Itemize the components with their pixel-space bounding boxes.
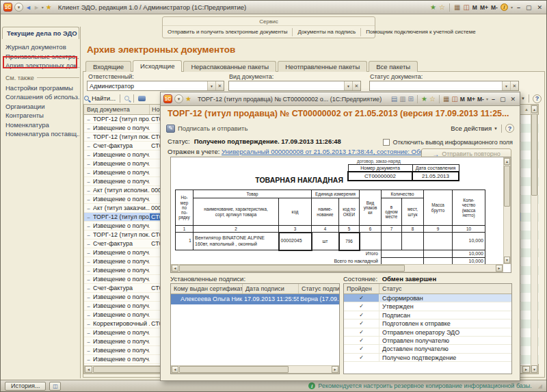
- minimize-button[interactable]: –: [516, 4, 522, 11]
- hscroll-thumb[interactable]: [179, 265, 405, 272]
- dialog-all-actions-button[interactable]: Все действия: [451, 125, 492, 132]
- scale-m-button[interactable]: M: [460, 96, 465, 103]
- clear-icon[interactable]: ✕: [510, 81, 518, 90]
- open-favorites-icon[interactable]: ☆: [439, 4, 445, 11]
- close-button[interactable]: ✕: [535, 4, 544, 11]
- list-vscrollbar[interactable]: ▲ ▼: [531, 105, 538, 374]
- vscroll-thumb[interactable]: [504, 166, 510, 207]
- dialog-close-button[interactable]: ✕: [509, 96, 517, 103]
- sidebar-tab-current-edo[interactable]: Текущие дела по ЭДО: [2, 27, 79, 39]
- service-connect-assistant[interactable]: Помощник подключения к учетной системе: [360, 28, 481, 36]
- sidebar-item-arbitrary-docs[interactable]: Произвольные электро...: [5, 52, 79, 62]
- scale-m-plus-button[interactable]: M+: [480, 4, 488, 11]
- scroll-right-icon[interactable]: ►: [332, 366, 338, 373]
- dialog-minimize-button[interactable]: –: [490, 96, 496, 103]
- column-sign-date[interactable]: Дата подписи: [243, 284, 299, 293]
- sidebar-item-archive[interactable]: Архив электронных док...: [5, 61, 79, 70]
- scale-m-button[interactable]: M: [472, 4, 477, 11]
- dialog-maximize-button[interactable]: ▢: [498, 96, 507, 103]
- clear-icon[interactable]: ✕: [352, 81, 360, 90]
- main-menu-button[interactable]: ▾: [14, 3, 23, 12]
- signatures-hscrollbar[interactable]: ◄ ►: [171, 365, 339, 374]
- sidebar-item-supplier-nomenclature[interactable]: Номенклатура поставщ...: [5, 129, 79, 139]
- calculator-icon[interactable]: ▦: [443, 96, 449, 103]
- column-status[interactable]: Статус: [379, 284, 511, 293]
- sidebar-item-agreements[interactable]: Соглашения об использ...: [5, 92, 79, 102]
- column-passed[interactable]: Пройден: [344, 284, 379, 293]
- tab-unpacked-packages[interactable]: Нераспакованные пакеты: [183, 61, 276, 72]
- chevron-down-icon[interactable]: ▼: [344, 81, 352, 90]
- favorites-icon[interactable]: ★: [185, 95, 191, 103]
- clear-icon[interactable]: ✕: [215, 81, 224, 90]
- forward-icon[interactable]: ►: [34, 4, 40, 11]
- scale-m-minus-button[interactable]: M-: [491, 4, 498, 11]
- state-row[interactable]: ✓ Подготовлен к отправке: [344, 319, 511, 328]
- scroll-left-icon[interactable]: ◄: [172, 265, 178, 272]
- find-button[interactable]: Найти...: [92, 94, 116, 102]
- column-certificate[interactable]: Кому выдан сертификат: [171, 284, 243, 293]
- sort-asc-icon[interactable]: ▲: [524, 107, 529, 112]
- sidebar-item-counterparties[interactable]: Контрагенты: [5, 111, 79, 120]
- print-preview-icon[interactable]: ⊞: [408, 96, 414, 103]
- dialog-menu-button[interactable]: ▾: [174, 94, 183, 103]
- state-row[interactable]: ✓ Получено подтверждение: [344, 354, 511, 362]
- save-icon[interactable]: ▤: [391, 96, 397, 103]
- customize-chevron-icon[interactable]: ▾: [511, 5, 513, 10]
- open-favorites-icon[interactable]: ☆: [429, 96, 436, 103]
- info-icon[interactable]: i: [501, 3, 508, 11]
- advanced-search-icon[interactable]: [138, 96, 146, 101]
- scroll-right-icon[interactable]: ►: [496, 265, 503, 272]
- scroll-down-icon[interactable]: ▼: [531, 365, 537, 373]
- state-row[interactable]: ✓ Подписан: [344, 311, 511, 319]
- state-row[interactable]: ✓ Утвержден: [344, 302, 511, 311]
- calculator-icon[interactable]: ▦: [454, 4, 460, 11]
- nav-history-chevron-icon[interactable]: ▾: [42, 5, 44, 10]
- scroll-left-icon[interactable]: ◄: [85, 366, 92, 373]
- scroll-left-icon[interactable]: ◄: [172, 366, 178, 373]
- resize-grip-icon[interactable]: ◢: [538, 383, 542, 389]
- add-to-favorites-icon[interactable]: ★: [421, 96, 427, 103]
- tab-all-packages[interactable]: Все пакеты: [369, 61, 418, 72]
- clear-search-icon[interactable]: [124, 96, 129, 101]
- window-switch-icon[interactable]: ◫: [49, 382, 61, 391]
- scroll-up-icon[interactable]: ▲: [504, 158, 510, 165]
- filter-status-combo[interactable]: ▼ ✕: [369, 81, 519, 91]
- search-icon[interactable]: [84, 96, 89, 101]
- sidebar-item-organizations[interactable]: Организации: [5, 102, 79, 112]
- chevron-down-icon[interactable]: ▼: [502, 81, 510, 90]
- scroll-right-icon[interactable]: ►: [522, 366, 530, 373]
- customize-chevron-icon[interactable]: ▾: [486, 96, 488, 101]
- tab-outgoing[interactable]: Исходящие: [133, 60, 182, 72]
- print-icon[interactable]: ▥: [399, 96, 405, 103]
- service-docs-to-sign[interactable]: Документы на подпись: [292, 28, 360, 36]
- service-send-receive[interactable]: Отправить и получить электронные докумен…: [163, 28, 292, 36]
- sidebar-item-settings[interactable]: Настройки программы: [5, 83, 79, 93]
- help-icon[interactable]: ?: [505, 124, 514, 133]
- column-sign-status[interactable]: Статус подписи: [299, 284, 339, 293]
- sidebar-item-nomenclature[interactable]: Номенклатура: [5, 120, 79, 130]
- state-row[interactable]: ✓ Доставлен получателю: [344, 345, 511, 353]
- filter-responsible-combo[interactable]: Администратор ▼ ✕: [87, 81, 224, 91]
- tab-incoming[interactable]: Входящие: [85, 61, 131, 72]
- sidebar-item-journal[interactable]: Журнал документов: [5, 42, 79, 52]
- history-button[interactable]: История...: [5, 382, 46, 391]
- calendar-icon[interactable]: ◫: [463, 4, 469, 11]
- scroll-down-icon[interactable]: ▼: [504, 257, 510, 263]
- signature-row[interactable]: Алексеева Ольга Ник... 17.09.2013 11:25:…: [171, 294, 339, 304]
- hscroll-thumb[interactable]: [179, 366, 289, 373]
- scale-m-minus-button[interactable]: M-: [477, 96, 484, 103]
- scroll-up-icon[interactable]: ▲: [531, 105, 537, 113]
- preview-vscrollbar[interactable]: ▲ ▼: [503, 157, 511, 264]
- preview-hscrollbar[interactable]: ◄ ►: [171, 264, 503, 272]
- sign-and-send-button[interactable]: Подписать и отправить: [178, 125, 248, 132]
- suppress-info-checkbox[interactable]: [383, 139, 390, 146]
- back-icon[interactable]: ◄: [25, 4, 31, 11]
- calendar-icon[interactable]: ◫: [451, 96, 457, 103]
- chevron-down-icon[interactable]: ▼: [207, 81, 215, 90]
- state-row[interactable]: ✓ Отправлен оператору ЭДО: [344, 328, 511, 337]
- column-doc-type[interactable]: Вид документа: [84, 105, 150, 114]
- state-row[interactable]: ✓ Отправлен получателю: [344, 337, 511, 345]
- maximize-button[interactable]: ▢: [524, 4, 533, 11]
- add-to-favorites-icon[interactable]: ★: [430, 4, 436, 11]
- tab-unsent-packages[interactable]: Неотправленные пакеты: [278, 61, 367, 72]
